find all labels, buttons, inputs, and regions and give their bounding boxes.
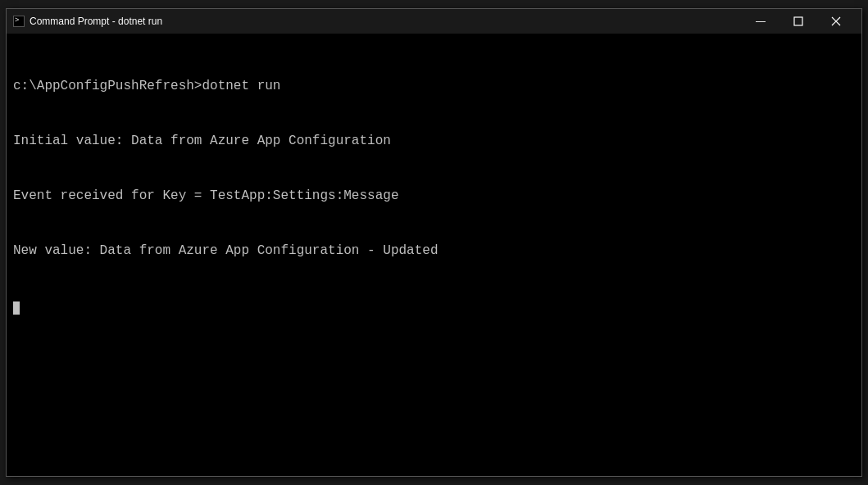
console-output: c:\AppConfigPushRefresh>dotnet run Initi… xyxy=(7,34,861,476)
maximize-icon xyxy=(793,16,803,26)
console-line-2: Initial value: Data from Azure App Confi… xyxy=(13,132,855,150)
maximize-button[interactable] xyxy=(779,9,817,34)
console-line-1: c:\AppConfigPushRefresh>dotnet run xyxy=(13,77,855,95)
cursor xyxy=(13,301,20,315)
console-line-5 xyxy=(13,297,855,315)
title-bar: Command Prompt - dotnet run — xyxy=(7,9,861,34)
command-prompt-window: Command Prompt - dotnet run — c:\AppConf… xyxy=(6,8,862,477)
close-icon xyxy=(831,16,841,26)
console-line-4: New value: Data from Azure App Configura… xyxy=(13,242,855,260)
cmd-icon xyxy=(13,16,25,27)
minimize-button[interactable]: — xyxy=(742,9,779,34)
title-bar-controls: — xyxy=(742,9,855,34)
close-button[interactable] xyxy=(817,9,855,34)
svg-rect-0 xyxy=(794,17,802,25)
window-title: Command Prompt - dotnet run xyxy=(30,16,162,27)
title-bar-left: Command Prompt - dotnet run xyxy=(13,16,162,27)
console-line-3: Event received for Key = TestApp:Setting… xyxy=(13,187,855,205)
